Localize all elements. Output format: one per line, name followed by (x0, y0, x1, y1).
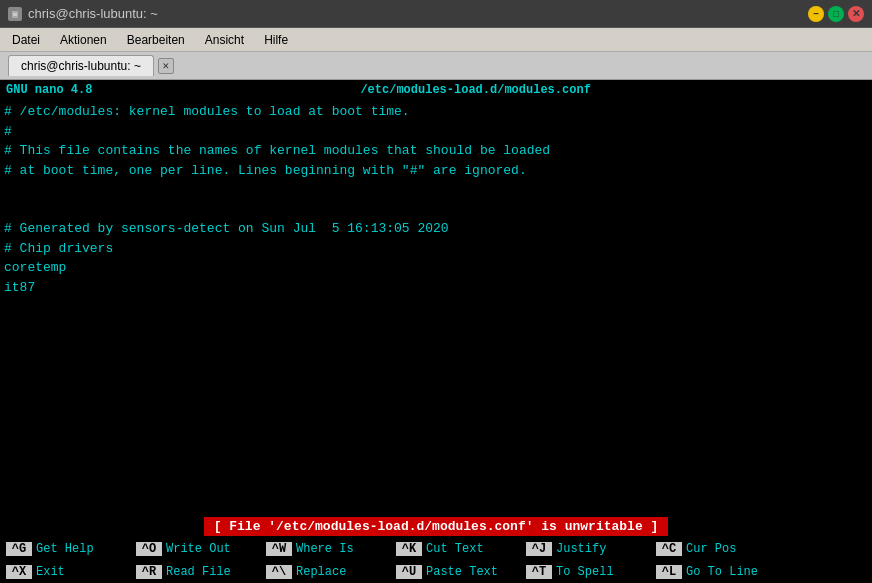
menu-hilfe[interactable]: Hilfe (256, 31, 296, 49)
nano-header: GNU nano 4.8 /etc/modules-load.d/modules… (0, 80, 872, 100)
shortcut-label: Paste Text (426, 565, 498, 579)
shortcut-key: ^G (6, 542, 32, 556)
minimize-button[interactable]: – (808, 6, 824, 22)
shortcut-label: Replace (296, 565, 346, 579)
tab-terminal[interactable]: chris@chris-lubuntu: ~ (8, 55, 154, 76)
shortcut-key: ^C (656, 542, 682, 556)
menu-datei[interactable]: Datei (4, 31, 48, 49)
shortcut-item: ^\Replace (260, 565, 390, 579)
shortcut-label: Go To Line (686, 565, 758, 579)
shortcut-item: ^RRead File (130, 565, 260, 579)
editor-area[interactable]: # /etc/modules: kernel modules to load a… (0, 100, 872, 515)
shortcut-key: ^K (396, 542, 422, 556)
shortcut-label: Cut Text (426, 542, 484, 556)
tab-close-button[interactable]: ✕ (158, 58, 174, 74)
shortcut-key: ^T (526, 565, 552, 579)
nano-version: GNU nano 4.8 (6, 83, 92, 97)
shortcut-item: ^CCur Pos (650, 542, 780, 556)
tabbar: chris@chris-lubuntu: ~ ✕ (0, 52, 872, 80)
shortcut-label: To Spell (556, 565, 614, 579)
shortcut-label: Exit (36, 565, 65, 579)
shortcut-item: ^UPaste Text (390, 565, 520, 579)
shortcut-label: Write Out (166, 542, 231, 556)
menubar: Datei Aktionen Bearbeiten Ansicht Hilfe (0, 28, 872, 52)
close-button[interactable]: ✕ (848, 6, 864, 22)
shortcut-key: ^X (6, 565, 32, 579)
window-controls: – □ ✕ (808, 6, 864, 22)
shortcut-item: ^OWrite Out (130, 542, 260, 556)
shortcut-key: ^R (136, 565, 162, 579)
shortcut-row-1: ^GGet Help^OWrite Out^WWhere Is^KCut Tex… (0, 537, 872, 560)
menu-aktionen[interactable]: Aktionen (52, 31, 115, 49)
shortcuts-bar: ^GGet Help^OWrite Out^WWhere Is^KCut Tex… (0, 537, 872, 583)
shortcut-label: Where Is (296, 542, 354, 556)
shortcut-item: ^WWhere Is (260, 542, 390, 556)
statusbar: [ File '/etc/modules-load.d/modules.conf… (0, 515, 872, 537)
shortcut-item: ^TTo Spell (520, 565, 650, 579)
nano-filename: /etc/modules-load.d/modules.conf (360, 83, 590, 97)
shortcut-label: Read File (166, 565, 231, 579)
shortcut-item: ^KCut Text (390, 542, 520, 556)
maximize-button[interactable]: □ (828, 6, 844, 22)
terminal-icon: ▣ (8, 7, 22, 21)
menu-bearbeiten[interactable]: Bearbeiten (119, 31, 193, 49)
shortcut-label: Justify (556, 542, 606, 556)
shortcut-key: ^J (526, 542, 552, 556)
shortcut-key: ^\ (266, 565, 292, 579)
shortcut-label: Cur Pos (686, 542, 736, 556)
shortcut-item: ^XExit (0, 565, 130, 579)
shortcut-item: ^GGet Help (0, 542, 130, 556)
shortcut-item: ^JJustify (520, 542, 650, 556)
shortcut-key: ^U (396, 565, 422, 579)
shortcut-row-2: ^XExit^RRead File^\Replace^UPaste Text^T… (0, 560, 872, 583)
nano-header-spacer (859, 83, 866, 97)
titlebar-title: chris@chris-lubuntu: ~ (28, 6, 158, 21)
shortcut-label: Get Help (36, 542, 94, 556)
status-message: [ File '/etc/modules-load.d/modules.conf… (204, 517, 669, 536)
shortcut-key: ^O (136, 542, 162, 556)
titlebar-left: ▣ chris@chris-lubuntu: ~ (8, 6, 158, 21)
shortcut-item: ^LGo To Line (650, 565, 780, 579)
shortcut-key: ^L (656, 565, 682, 579)
menu-ansicht[interactable]: Ansicht (197, 31, 252, 49)
titlebar: ▣ chris@chris-lubuntu: ~ – □ ✕ (0, 0, 872, 28)
shortcut-key: ^W (266, 542, 292, 556)
